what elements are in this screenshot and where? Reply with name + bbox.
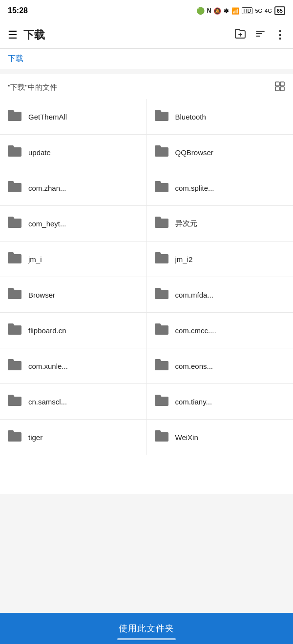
status-icons: 🟢 N 🔕 ✽ 📶 HD 5G 4G 65 <box>196 6 285 15</box>
folder-item[interactable]: flipboard.cn <box>0 313 146 348</box>
folder-name: WeiXin <box>175 433 198 442</box>
folder-item[interactable]: jm_i <box>0 242 146 277</box>
folder-name: com.mfda... <box>175 291 213 299</box>
folder-icon <box>154 322 169 339</box>
home-indicator <box>117 638 176 640</box>
folder-item[interactable]: 异次元 <box>147 206 293 241</box>
battery-indicator: 65 <box>274 6 285 15</box>
folder-icon <box>154 286 169 303</box>
folder-icon <box>7 358 22 375</box>
folder-name: com.splite... <box>175 184 214 192</box>
folder-name: QQBrowser <box>175 148 213 157</box>
section-header: "下载"中的文件 <box>0 74 293 99</box>
folder-icon <box>7 251 22 268</box>
sort-button[interactable] <box>255 28 266 41</box>
folder-icon <box>7 429 22 446</box>
folder-icon <box>154 144 169 161</box>
status-bar: 15:28 🟢 N 🔕 ✽ 📶 HD 5G 4G 65 <box>0 0 293 21</box>
menu-icon[interactable]: ☰ <box>8 30 18 40</box>
status-time: 15:28 <box>8 6 28 15</box>
folder-name: tiger <box>28 433 42 442</box>
app-bar-actions: ⋮ <box>234 28 285 41</box>
folder-item[interactable]: update <box>0 135 146 170</box>
app-bar: ☰ 下载 ⋮ <box>0 21 293 49</box>
more-options-button[interactable]: ⋮ <box>274 29 285 41</box>
folder-item[interactable]: Browser <box>0 277 146 312</box>
folder-item[interactable]: cn.samscl... <box>0 384 146 419</box>
add-folder-button[interactable] <box>234 28 246 41</box>
folder-icon <box>7 286 22 303</box>
grid-view-toggle[interactable] <box>274 81 285 94</box>
folder-item[interactable]: GetThemAll <box>0 99 146 134</box>
folder-item[interactable]: com.mfda... <box>147 277 293 312</box>
folder-name: cn.samscl... <box>28 398 67 406</box>
svg-rect-6 <box>280 82 284 86</box>
folder-item[interactable]: jm_i2 <box>147 242 293 277</box>
folder-item[interactable]: com.xunle... <box>0 348 146 383</box>
folder-icon <box>154 108 169 125</box>
folder-grid: GetThemAll Bluetooth update QQBrowser co… <box>0 99 293 455</box>
folder-item[interactable]: com.tiany... <box>147 384 293 419</box>
use-folder-button[interactable]: 使用此文件夹 <box>119 623 174 634</box>
folder-name: update <box>28 148 51 157</box>
folder-icon <box>7 144 22 161</box>
folder-name: Browser <box>28 291 55 299</box>
folder-icon <box>154 429 169 446</box>
folder-item[interactable]: tiger <box>0 420 146 455</box>
folder-name: com_heyt... <box>28 220 66 228</box>
folder-item[interactable]: com.cmcc.... <box>147 313 293 348</box>
folder-item[interactable]: Bluetooth <box>147 99 293 134</box>
folder-item[interactable]: QQBrowser <box>147 135 293 170</box>
folder-name: com.tiany... <box>175 398 212 406</box>
folder-item[interactable]: WeiXin <box>147 420 293 455</box>
folder-icon <box>7 180 22 197</box>
folder-item[interactable]: com_heyt... <box>0 206 146 241</box>
folder-icon <box>154 393 169 410</box>
hd-icon: HD <box>242 7 252 14</box>
folder-name: com.eons... <box>175 362 213 370</box>
folder-icon <box>7 215 22 232</box>
path-label: 下载 <box>8 54 23 62</box>
folder-icon <box>154 358 169 375</box>
folder-name: Bluetooth <box>175 113 206 121</box>
folder-name: com.zhan... <box>28 184 66 192</box>
svg-rect-8 <box>280 87 284 91</box>
folder-name: com.xunle... <box>28 362 68 370</box>
nfc-icon: N <box>207 7 211 14</box>
folder-item[interactable]: com.splite... <box>147 170 293 205</box>
folder-icon <box>154 215 169 232</box>
svg-rect-7 <box>275 87 279 91</box>
wifi-icon: 📶 <box>231 7 239 15</box>
folder-name: jm_i2 <box>175 255 193 263</box>
svg-rect-5 <box>275 82 279 86</box>
signal-5g-icon: 5G <box>255 8 262 14</box>
folder-item[interactable]: com.zhan... <box>0 170 146 205</box>
folder-item[interactable]: com.eons... <box>147 348 293 383</box>
folder-name: flipboard.cn <box>28 326 66 335</box>
folder-name: jm_i <box>28 255 42 263</box>
app-title: 下载 <box>23 28 234 42</box>
folder-icon <box>7 108 22 125</box>
path-bar: 下载 <box>0 49 293 69</box>
bluetooth-icon: ✽ <box>224 7 229 15</box>
folder-name: com.cmcc.... <box>175 326 216 335</box>
signal-4g-icon: 4G <box>265 8 272 14</box>
section-title: "下载"中的文件 <box>8 83 57 92</box>
wechat-status-icon: 🟢 <box>196 7 205 15</box>
folder-icon <box>7 393 22 410</box>
silent-icon: 🔕 <box>213 7 221 15</box>
folder-icon <box>154 251 169 268</box>
folder-name: 异次元 <box>175 219 197 228</box>
folder-icon <box>7 322 22 339</box>
folder-icon <box>154 180 169 197</box>
folder-name: GetThemAll <box>28 113 67 121</box>
